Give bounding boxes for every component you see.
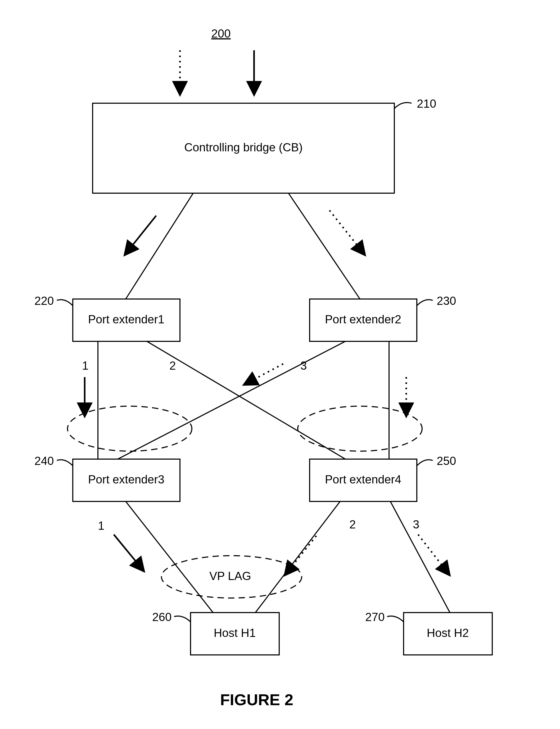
arrow-cb-pe2: [329, 210, 365, 255]
leader-250: [417, 460, 433, 466]
host-h2: Host H2: [404, 613, 492, 655]
edge-pe1-pe4: [147, 341, 345, 459]
pe4-label: Port extender4: [325, 473, 401, 486]
controlling-bridge: Controlling bridge (CB): [93, 103, 394, 193]
leader-240: [57, 460, 73, 466]
host-h2-label: Host H2: [427, 626, 469, 639]
port-extender-1: Port extender1: [73, 299, 180, 341]
arrow-cb-pe1: [124, 216, 156, 255]
port-extender-4: Port extender4: [310, 459, 417, 501]
ref-240: 240: [34, 454, 54, 467]
pe2-label: Port extender2: [325, 313, 401, 326]
ref-220: 220: [34, 294, 54, 307]
pe3-label: Port extender3: [88, 473, 165, 486]
leader-230: [417, 300, 433, 306]
vp-lag-label: VP LAG: [209, 569, 251, 582]
ref-230: 230: [437, 294, 456, 307]
ref-210: 210: [417, 97, 436, 110]
port-label-1a: 1: [82, 359, 88, 372]
leader-260: [174, 616, 191, 622]
lag-ellipse-right: [298, 406, 422, 451]
edge-cb-pe2: [288, 193, 360, 299]
arrow-pe2-pe3: [243, 364, 283, 385]
port-label-1b: 1: [98, 519, 104, 532]
ref-250: 250: [437, 454, 456, 467]
port-label-2b: 2: [349, 518, 356, 531]
port-extender-2: Port extender2: [310, 299, 417, 341]
arrow-pe4-h2: [418, 535, 450, 576]
ref-260: 260: [152, 610, 171, 623]
leader-270: [387, 616, 404, 622]
edge-pe4-h1: [255, 501, 340, 613]
port-label-2a: 2: [169, 359, 176, 372]
controlling-bridge-label: Controlling bridge (CB): [184, 141, 303, 154]
edge-pe2-pe3: [118, 341, 345, 459]
host-h1: Host H1: [191, 613, 279, 655]
port-label-3b: 3: [413, 518, 419, 531]
figure-diagram: 200 Controlling bridge (CB) 210 Port ext…: [0, 0, 560, 729]
figure-reference: 200: [211, 27, 231, 40]
figure-title: FIGURE 2: [220, 691, 293, 709]
host-h1-label: Host H1: [214, 626, 256, 639]
leader-220: [57, 300, 73, 306]
lag-ellipse-left: [67, 406, 192, 451]
port-label-3a: 3: [300, 359, 307, 372]
arrow-pe3-h1: [114, 535, 144, 572]
pe1-label: Port extender1: [88, 313, 165, 326]
port-extender-3: Port extender3: [73, 459, 180, 501]
edge-cb-pe1: [126, 193, 193, 299]
ref-270: 270: [365, 610, 385, 623]
arrow-pe4-h1: [284, 536, 316, 576]
leader-210: [394, 103, 412, 109]
edge-pe4-h2: [390, 501, 450, 613]
